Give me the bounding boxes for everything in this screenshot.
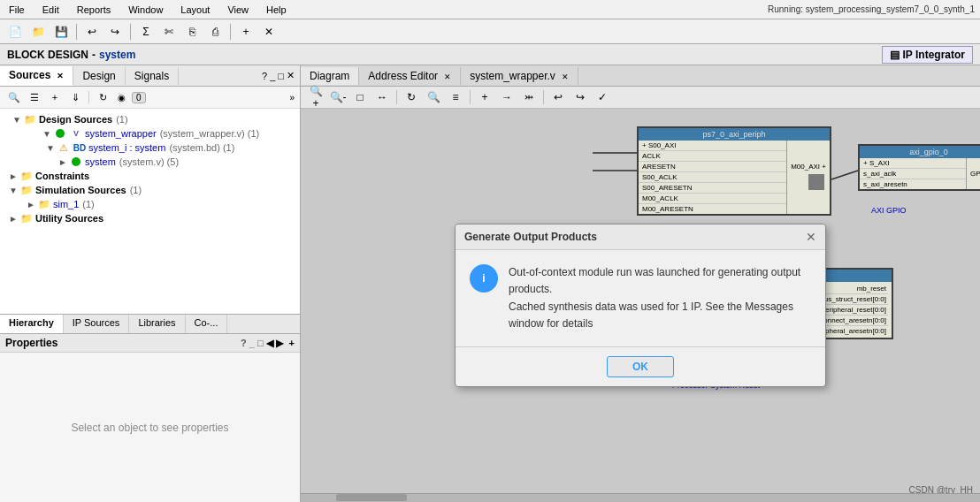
menu-view[interactable]: View	[224, 3, 252, 17]
add-ip-btn[interactable]: +	[475, 88, 494, 106]
design-sources-item[interactable]: ▼ 📁 Design Sources (1)	[0, 112, 300, 126]
sources-add-btn[interactable]: +	[46, 89, 64, 105]
redo-button[interactable]: ↪	[105, 23, 125, 41]
align-btn[interactable]: ≡	[446, 88, 465, 106]
menu-reports[interactable]: Reports	[73, 3, 115, 17]
add-button[interactable]: +	[236, 23, 256, 41]
expand-icon[interactable]: »	[289, 93, 295, 103]
system-i-expand[interactable]: ▼	[44, 143, 57, 153]
constraints-expand[interactable]: ►	[7, 171, 19, 181]
design-sources-icon: 📁	[23, 113, 37, 126]
system-wrapper-item[interactable]: ▼ V system_wrapper (system_wrapper.v) (1…	[19, 126, 300, 141]
tab-system-wrapper[interactable]: system_wrapper.v ✕	[461, 67, 578, 85]
validate-btn[interactable]: ✓	[593, 88, 612, 106]
refresh-btn[interactable]: ↻	[402, 88, 421, 106]
simulation-sources-expand[interactable]: ▼	[7, 186, 19, 195]
system-i-item[interactable]: ▼ ⚠ BD system_i : system (system.bd) (1)	[0, 141, 300, 155]
undo-button[interactable]: ↩	[82, 23, 102, 41]
open-button[interactable]: 📁	[28, 23, 48, 41]
utility-sources-icon: 📁	[19, 212, 34, 224]
modal-ok-button[interactable]: OK	[607, 356, 674, 377]
menu-layout[interactable]: Layout	[177, 3, 213, 17]
verilog-icon: V	[69, 127, 83, 140]
tab-address-editor[interactable]: Address Editor ✕	[359, 67, 461, 85]
menu-bar: File Edit Reports Window Layout View Hel…	[0, 0, 980, 19]
prop-minimize-btn[interactable]: _	[249, 338, 255, 348]
tab-hierarchy[interactable]: Hierarchy	[0, 315, 64, 333]
sources-import-btn[interactable]: ⇓	[66, 89, 84, 105]
system-v-expand[interactable]: ►	[57, 157, 69, 167]
address-editor-close[interactable]: ✕	[444, 72, 451, 81]
menu-file[interactable]: File	[5, 3, 28, 17]
system-v-item[interactable]: ► system (system.v) (5)	[0, 155, 300, 169]
bd-name: system	[99, 49, 135, 61]
simulation-sources-icon: 📁	[19, 184, 34, 196]
system-v-label: system	[85, 156, 116, 167]
close-button[interactable]: ✕	[259, 23, 279, 41]
panel-float-btn[interactable]: □	[278, 71, 284, 81]
toolbar-sep-3	[230, 24, 231, 40]
zoom-in-btn[interactable]: 🔍+	[306, 88, 325, 106]
prop-left-btn[interactable]: ◀	[266, 338, 273, 349]
tab-design[interactable]: Design	[73, 67, 125, 85]
menu-window[interactable]: Window	[125, 3, 166, 17]
redo-diag-btn[interactable]: ↪	[570, 88, 590, 106]
prop-float-btn[interactable]: □	[257, 338, 264, 348]
fit-width-btn[interactable]: ↔	[372, 88, 392, 106]
sources-tree: ▼ 📁 Design Sources (1) ▼ V system_wrappe…	[0, 109, 300, 314]
zoom-out-btn[interactable]: 🔍-	[328, 88, 348, 106]
design-sources-expand[interactable]: ▼	[11, 115, 23, 125]
properties-content: Select an object to see properties	[0, 353, 300, 502]
tab-signals[interactable]: Signals	[126, 67, 179, 85]
modal-message: Out-of-context module run was launched f…	[509, 264, 811, 332]
sim1-label: sim_1	[53, 199, 79, 209]
panel-question-btn[interactable]: ?	[262, 71, 267, 81]
system-wrapper-detail: (system_wrapper.v) (1)	[160, 128, 259, 139]
undo-diag-btn[interactable]: ↩	[548, 88, 568, 106]
sources-panel: Sources ✕ Design Signals ? _ □ ✕ 🔍	[0, 65, 300, 334]
bd-header: BLOCK DESIGN - system ▤ IP Integrator	[0, 44, 980, 65]
utility-sources-expand[interactable]: ►	[7, 214, 19, 224]
prop-close-btn[interactable]: +	[289, 338, 295, 348]
system-wrapper-expand[interactable]: ▼	[41, 129, 53, 139]
simulation-sources-item[interactable]: ▼ 📁 Simulation Sources (1)	[0, 183, 300, 197]
left-panel-area: Sources ✕ Design Signals ? _ □ ✕ 🔍	[0, 65, 301, 502]
prop-question-btn[interactable]: ?	[241, 338, 247, 348]
modal-x-icon[interactable]: ✕	[806, 230, 816, 244]
tab-co[interactable]: Co-...	[186, 315, 228, 333]
scissors-button[interactable]: ✄	[159, 23, 179, 41]
new-button[interactable]: 📄	[5, 23, 25, 41]
panel-minimize-btn[interactable]: _	[270, 71, 275, 81]
tab-diagram[interactable]: Diagram	[301, 67, 359, 85]
search-diag-btn[interactable]: 🔍	[424, 88, 443, 106]
tab-ip-sources[interactable]: IP Sources	[64, 315, 130, 333]
tab-libraries[interactable]: Libraries	[129, 315, 185, 333]
properties-placeholder: Select an object to see properties	[71, 422, 228, 434]
sources-tab-close[interactable]: ✕	[57, 72, 64, 80]
diag-sep-2	[470, 90, 471, 104]
sources-list-btn[interactable]: ☰	[26, 89, 43, 105]
route-btn[interactable]: ⤔	[519, 88, 539, 106]
panel-close-btn[interactable]: ✕	[287, 70, 295, 81]
sim1-item[interactable]: ► 📁 sim_1 (1)	[0, 197, 300, 211]
properties-header: Properties ? _ □ ◀ ▶ +	[0, 334, 300, 353]
constraints-item[interactable]: ► 📁 Constraints	[0, 169, 300, 183]
utility-sources-item[interactable]: ► 📁 Utility Sources	[0, 211, 300, 225]
running-status: Running: system_processing_system7_0_0_s…	[768, 4, 975, 14]
copy-button[interactable]: ⎘	[182, 23, 202, 41]
system-wrapper-tab-close[interactable]: ✕	[562, 72, 569, 81]
sources-search-btn[interactable]: 🔍	[5, 89, 23, 105]
sigma-button[interactable]: Σ	[136, 23, 156, 41]
menu-edit[interactable]: Edit	[39, 3, 63, 17]
sources-refresh-btn[interactable]: ↻	[94, 89, 111, 105]
sources-toolbar: 🔍 ☰ + ⇓ ↻ ◉ 0 »	[0, 87, 300, 109]
panel-actions: ? _ □ ✕	[262, 70, 300, 81]
menu-help[interactable]: Help	[263, 3, 290, 17]
paste-button[interactable]: ⎙	[205, 23, 225, 41]
tab-sources[interactable]: Sources ✕	[0, 66, 73, 86]
connect-btn[interactable]: →	[497, 88, 517, 106]
fit-btn[interactable]: □	[350, 88, 370, 106]
save-button[interactable]: 💾	[51, 23, 71, 41]
prop-right-btn[interactable]: ▶	[276, 338, 283, 349]
sim1-expand[interactable]: ►	[25, 200, 37, 209]
